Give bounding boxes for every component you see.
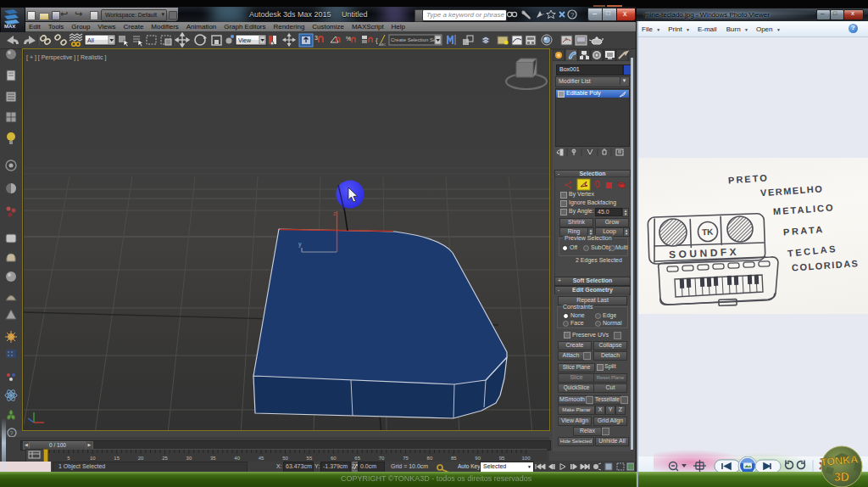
svg-text:All: All [87,37,94,43]
svg-text:60: 60 [331,456,337,461]
svg-text:15: 15 [114,456,120,461]
svg-text:View: View [238,37,252,43]
svg-text:70: 70 [379,456,385,461]
svg-text:90: 90 [475,456,481,461]
svg-text:35: 35 [210,456,216,461]
svg-text:VERMELHO: VERMELHO [760,183,824,198]
svg-text:75: 75 [403,456,409,461]
svg-text:{: { [376,36,378,44]
svg-text:3D: 3D [834,470,849,484]
svg-text:10: 10 [90,456,96,461]
svg-text:?: ? [570,11,575,19]
svg-text:95: 95 [499,456,505,461]
svg-text:85: 85 [451,456,457,461]
svg-text:PRATA: PRATA [783,224,825,237]
svg-text:25: 25 [162,456,168,461]
svg-text:30: 30 [186,456,192,461]
svg-text:TECLAS: TECLAS [787,244,838,259]
svg-text:PRETO: PRETO [728,172,769,185]
svg-text:65: 65 [354,456,360,461]
svg-text:45: 45 [259,456,264,461]
svg-text:3: 3 [314,35,318,41]
svg-text:20: 20 [138,456,144,461]
svg-text:?: ? [10,430,14,436]
svg-text:Create Selection Se: Create Selection Se [391,37,437,42]
svg-text:%: % [346,36,351,42]
svg-text:ABC: ABC [379,42,386,47]
svg-text:100: 100 [521,456,531,461]
svg-text:METALICO: METALICO [773,202,835,216]
svg-text:80: 80 [427,456,433,461]
svg-text:55: 55 [307,456,313,461]
svg-text:TK: TK [702,227,715,238]
svg-text:COLORIDAS: COLORIDAS [792,258,860,273]
svg-text:50: 50 [282,456,288,461]
svg-text:40: 40 [234,456,240,461]
